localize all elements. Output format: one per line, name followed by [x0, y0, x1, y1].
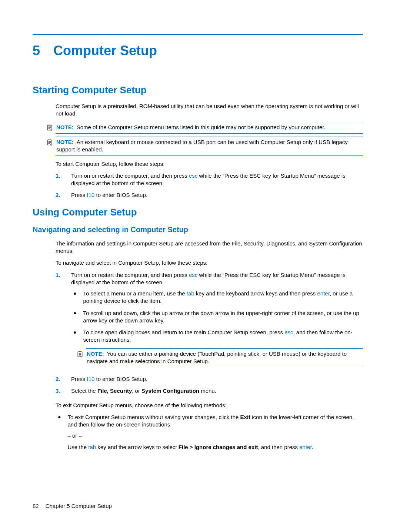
note-icon [46, 124, 53, 131]
key-tab: tab [187, 290, 194, 297]
footer-text: Chapter 5 Computer Setup [46, 503, 112, 509]
step-number: 2. [56, 191, 62, 199]
note-label: NOTE: [87, 351, 104, 357]
note-icon [76, 351, 84, 358]
section-body-starting: Computer Setup is a preinstalled, ROM-ba… [56, 103, 363, 199]
step-body: Press f10 to enter BIOS Setup. [71, 375, 363, 383]
bullet-dot: ● [71, 310, 76, 325]
step-2: 2. Press f10 to enter BIOS Setup. [56, 375, 363, 383]
sub-bullets: ● To select a menu or a menu item, use t… [71, 290, 363, 344]
chapter-top-rule [33, 34, 363, 35]
note-2-body: An external keyboard or mouse connected … [56, 139, 348, 153]
text: to enter BIOS Setup. [94, 192, 147, 198]
page-footer: 82Chapter 5 Computer Setup [33, 502, 112, 510]
text: Turn on or restart the computer, and the… [71, 272, 189, 278]
chapter-number: 5 [33, 42, 40, 60]
text: menu. [199, 388, 216, 394]
key-esc: esc [189, 173, 197, 179]
note-box-3: NOTE:You can use either a pointing devic… [86, 348, 363, 368]
step-1: 1. Turn on or restart the computer, and … [56, 271, 363, 371]
bold-text: File > Ignore changes and exit [179, 444, 258, 450]
subsection-heading-navigating: Navigating and selecting in Computer Set… [33, 225, 363, 235]
bullet-body: To exit Computer Setup menus without sav… [67, 414, 363, 451]
note-box-1: NOTE:Some of the Computer Setup menu ite… [56, 122, 363, 134]
note-3-body: You can use either a pointing device (To… [87, 351, 347, 364]
step-number: 1. [56, 271, 62, 371]
text: key and the arrow keys to select [96, 444, 179, 450]
step-number: 3. [56, 387, 62, 395]
text: Press [71, 376, 87, 382]
bullet-body: To scroll up and down, click the up arro… [83, 310, 363, 325]
bullet-item: ● To scroll up and down, click the up ar… [71, 310, 363, 325]
step-body: Turn on or restart the computer, and the… [71, 172, 363, 187]
step-3: 3. Select the File, Security, or System … [56, 387, 363, 395]
bullet-item: ● To close open dialog boxes and return … [71, 329, 363, 344]
text: Use the [67, 444, 88, 450]
note-label: NOTE: [56, 139, 74, 145]
bold-text: System Configuration [141, 388, 199, 394]
steps-list-navigating: 1. Turn on or restart the computer, and … [56, 271, 363, 395]
note-box-2: NOTE:An external keyboard or mouse conne… [56, 137, 363, 156]
text: Select the [71, 388, 97, 394]
paragraph: The information and settings in Computer… [56, 240, 363, 255]
key-enter: enter [299, 444, 311, 450]
step-number: 2. [56, 375, 62, 383]
page-number: 82 [33, 503, 39, 509]
text: to enter BIOS Setup. [94, 376, 147, 382]
bullet-dot: ● [71, 329, 76, 344]
section-heading-starting: Starting Computer Setup [33, 84, 363, 97]
note-1-text: NOTE:Some of the Computer Setup menu ite… [56, 124, 326, 131]
key-enter: enter [317, 290, 330, 297]
text: key and the keyboard arrow keys and then… [194, 290, 317, 297]
steps-lead: To start Computer Setup, follow these st… [56, 160, 363, 168]
text: To exit Computer Setup menus without sav… [67, 414, 240, 420]
bullet-dot: ● [56, 414, 61, 451]
text: , and then press [258, 444, 299, 450]
bold-text: Exit [240, 414, 251, 420]
key-f10: f10 [87, 376, 95, 382]
note-label: NOTE: [56, 124, 74, 130]
step-number: 1. [56, 172, 62, 187]
key-f10: f10 [87, 192, 95, 198]
section-body-using: The information and settings in Computer… [56, 240, 363, 451]
step-body: Press f10 to enter BIOS Setup. [71, 191, 363, 199]
key-tab: tab [88, 444, 96, 450]
step-1: 1. Turn on or restart the computer, and … [56, 172, 363, 187]
paragraph: To navigate and select in Computer Setup… [56, 259, 363, 267]
paragraph: To exit Computer Setup menus, choose one… [56, 402, 363, 409]
bullet-item: ● To select a menu or a menu item, use t… [71, 290, 363, 305]
bold-text: File, Security [97, 388, 132, 394]
note-2-text: NOTE:An external keyboard or mouse conne… [56, 138, 363, 154]
section-heading-using: Using Computer Setup [33, 206, 363, 219]
step-2: 2. Press f10 to enter BIOS Setup. [56, 191, 363, 199]
key-esc: esc [284, 329, 293, 335]
text: . [312, 444, 313, 450]
note-icon [46, 139, 53, 146]
text: Turn on or restart the computer, and the… [71, 173, 189, 179]
chapter-title: Computer Setup [53, 42, 157, 60]
text: , or [132, 388, 141, 394]
chapter-heading: 5 Computer Setup [33, 42, 363, 60]
bullet-dot: ● [71, 290, 76, 305]
bullet-body: To select a menu or a menu item, use the… [83, 290, 363, 305]
or-separator: – or – [67, 432, 363, 439]
bullet-item: ● To exit Computer Setup menus without s… [56, 414, 363, 451]
alt-paragraph: Use the tab key and the arrow keys to se… [67, 444, 363, 451]
text: To close open dialog boxes and return to… [83, 329, 284, 335]
exit-bullets: ● To exit Computer Setup menus without s… [56, 414, 363, 451]
step-body: Select the File, Security, or System Con… [71, 387, 363, 395]
steps-list-starting: 1. Turn on or restart the computer, and … [56, 172, 363, 199]
step-body: Turn on or restart the computer, and the… [71, 271, 363, 371]
note-3-text: NOTE:You can use either a pointing devic… [87, 350, 363, 365]
text: Press [71, 192, 87, 198]
bullet-body: To close open dialog boxes and return to… [83, 329, 363, 344]
intro-paragraph: Computer Setup is a preinstalled, ROM-ba… [56, 103, 363, 118]
key-esc: esc [189, 272, 197, 278]
text: To select a menu or a menu item, use the [83, 290, 186, 297]
note-1-body: Some of the Computer Setup menu items li… [77, 124, 326, 130]
